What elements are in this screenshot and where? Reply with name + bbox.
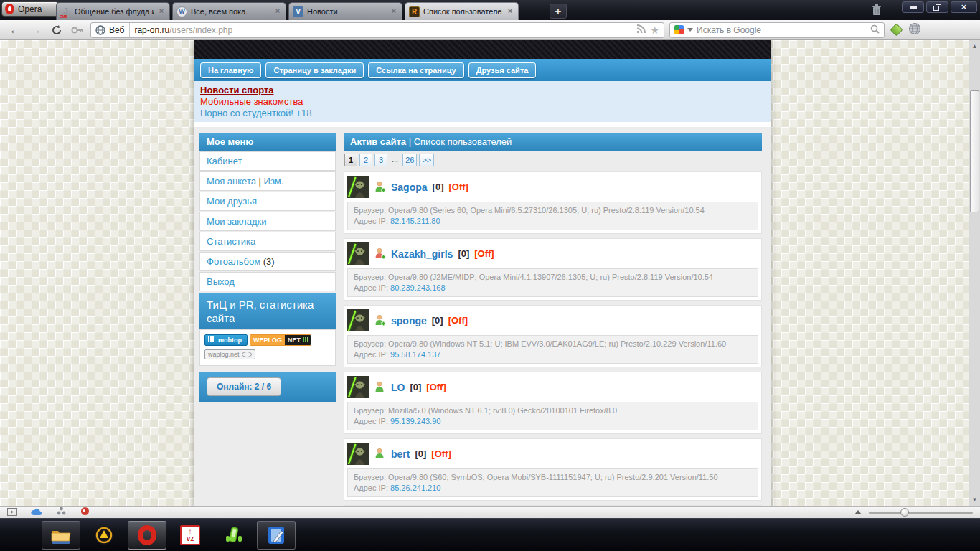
pagination-item[interactable]: 2 bbox=[359, 154, 372, 166]
taskbar-daemon-tools-button[interactable] bbox=[85, 521, 123, 550]
zoom-menu-icon[interactable] bbox=[854, 510, 862, 514]
opera-unite-icon[interactable] bbox=[57, 506, 66, 519]
promo-link-sports[interactable]: Новости спорта bbox=[200, 85, 771, 96]
scrollbar-thumb[interactable] bbox=[970, 90, 979, 212]
page-content: Мое меню Кабинет Моя анкета | Изм. bbox=[194, 122, 771, 506]
user-ip[interactable]: 80.239.243.168 bbox=[390, 283, 445, 292]
taskbar-qip-button[interactable] bbox=[214, 521, 253, 550]
tab-close-icon[interactable] bbox=[390, 7, 398, 16]
username-link[interactable]: sponge bbox=[391, 315, 427, 326]
reload-button[interactable] bbox=[49, 23, 65, 37]
username-link[interactable]: Kazakh_girls bbox=[391, 248, 453, 260]
user-avatar[interactable] bbox=[347, 376, 369, 398]
user-ip[interactable]: 95.139.243.90 bbox=[390, 417, 440, 425]
close-button[interactable]: × bbox=[951, 1, 977, 13]
weplog-counter[interactable]: WEPLOGNET bbox=[250, 334, 311, 346]
forward-button[interactable]: → bbox=[28, 23, 44, 37]
minimize-button[interactable] bbox=[902, 1, 924, 13]
opera-turbo-icon[interactable] bbox=[890, 23, 903, 36]
promo-link-dating[interactable]: Мобильные знакомства bbox=[200, 96, 771, 108]
tab-close-icon[interactable] bbox=[506, 7, 514, 16]
search-engine-dropdown-icon[interactable] bbox=[687, 28, 693, 32]
username-link[interactable]: Sagopa bbox=[391, 182, 428, 193]
opera-menu-button[interactable]: Opera bbox=[1, 1, 59, 17]
sidebar-menu-item[interactable]: Статистика bbox=[199, 232, 336, 251]
user-agent: Opera/9.80 (S60; SymbOS; Opera Mobi/SYB-… bbox=[388, 473, 717, 481]
opera-link-cloud-icon[interactable] bbox=[31, 506, 42, 519]
new-tab-button[interactable] bbox=[550, 4, 567, 19]
user-card: Kazakh_girls [0] [Off] Браузер: Opera/9.… bbox=[344, 238, 762, 301]
browser-label: Браузер: bbox=[354, 206, 386, 215]
promo-link-adult[interactable]: Порно со студенткой! +18 bbox=[200, 108, 771, 119]
tab-title: Новости bbox=[307, 7, 386, 16]
site-nav-button[interactable]: На главную bbox=[200, 62, 261, 78]
taskbar-bluedoc-button[interactable] bbox=[257, 521, 296, 550]
browser-tab[interactable]: JCMS Общение без флуда и... bbox=[56, 2, 170, 20]
username-link[interactable]: bert bbox=[391, 448, 410, 460]
pagination-item[interactable]: ... bbox=[390, 154, 400, 166]
browser-tab[interactable]: V Новости bbox=[288, 2, 402, 20]
taskbar-vz-button[interactable]: ↑vz bbox=[171, 521, 209, 550]
panels-toggle-icon[interactable] bbox=[7, 506, 17, 519]
search-input[interactable] bbox=[697, 25, 867, 35]
sidebar-menu-item[interactable]: Моя анкета | Изм. bbox=[199, 171, 336, 191]
user-count: [0] bbox=[458, 248, 469, 259]
user-ip[interactable]: 82.145.211.80 bbox=[390, 217, 440, 225]
url-text: rap-on.ru/users/index.php bbox=[134, 25, 632, 35]
site-nav-button[interactable]: Друзья сайта bbox=[468, 62, 537, 78]
user-info-box: Браузер: Opera/9.80 (Series 60; Opera Mi… bbox=[347, 202, 758, 230]
taskbar-opera-button[interactable] bbox=[128, 521, 166, 550]
site-nav-button[interactable]: Страницу в закладки bbox=[265, 62, 364, 78]
bookmark-star-icon[interactable]: ★ bbox=[650, 25, 659, 35]
browser-label: Браузер: bbox=[354, 339, 386, 348]
user-avatar[interactable] bbox=[347, 242, 369, 265]
back-button[interactable]: ← bbox=[7, 23, 23, 37]
panels-globe-icon[interactable] bbox=[908, 22, 921, 38]
sidebar-menu-item[interactable]: Мои закладки bbox=[199, 212, 336, 231]
scroll-up-arrow[interactable]: ▲ bbox=[969, 41, 980, 52]
user-card: LO [0] [Off] Браузер: Mozilla/5.0 (Windo… bbox=[344, 372, 762, 434]
page-scrollbar[interactable]: ▲ ▼ bbox=[969, 40, 980, 506]
restore-button[interactable] bbox=[926, 1, 948, 13]
ip-label: Адрес IP: bbox=[354, 350, 388, 359]
web-badge[interactable]: Веб bbox=[95, 23, 130, 37]
mobtop-counter[interactable]: mobtop bbox=[204, 334, 248, 346]
scroll-down-arrow[interactable]: ▼ bbox=[969, 494, 980, 505]
browser-tab[interactable]: R Список пользователей bbox=[405, 2, 519, 20]
zoom-slider[interactable] bbox=[869, 512, 973, 514]
user-ip[interactable]: 95.58.174.137 bbox=[390, 350, 440, 359]
browser-tab[interactable]: W Всё, всем пока. bbox=[172, 2, 286, 20]
search-magnifier-icon[interactable] bbox=[870, 24, 880, 37]
site-nav-button[interactable]: Ссылка на страницу bbox=[368, 62, 463, 78]
user-avatar[interactable] bbox=[347, 309, 369, 331]
online-count-button[interactable]: Онлайн: 2 / 6 bbox=[207, 377, 281, 396]
counter-badges: mobtopWEPLOGNET waplog.net bbox=[199, 329, 336, 366]
search-field[interactable] bbox=[669, 22, 885, 38]
online-box: Онлайн: 2 / 6 bbox=[199, 372, 336, 402]
closed-tabs-trash-icon[interactable] bbox=[870, 4, 884, 17]
taskbar-explorer-button[interactable] bbox=[42, 521, 80, 550]
user-avatar[interactable] bbox=[347, 443, 369, 465]
pagination-item[interactable]: 1 bbox=[344, 154, 357, 166]
sidebar-menu-item[interactable]: Фотоальбом (3) bbox=[199, 252, 336, 271]
url-field[interactable]: Веб rap-on.ru/users/index.php ★ bbox=[90, 22, 664, 38]
page-viewport: На главную Страницу в закладки Ссылка на… bbox=[0, 40, 980, 506]
browser-status-bar bbox=[0, 506, 980, 518]
password-key-icon[interactable] bbox=[70, 23, 85, 37]
rss-icon[interactable] bbox=[636, 24, 646, 37]
sidebar-menu-item[interactable]: Мои друзья bbox=[199, 192, 336, 211]
zoom-slider-knob[interactable] bbox=[900, 508, 909, 517]
sidebar-menu-item[interactable]: Кабинет bbox=[199, 151, 336, 171]
username-link[interactable]: LO bbox=[391, 382, 405, 393]
tab-close-icon[interactable] bbox=[157, 7, 166, 16]
sidebar-menu-item[interactable]: Выход bbox=[199, 272, 336, 291]
user-avatar[interactable] bbox=[347, 176, 369, 198]
pagination-item[interactable]: >> bbox=[419, 154, 434, 166]
pagination-item[interactable]: 26 bbox=[402, 154, 417, 166]
tab-close-icon[interactable] bbox=[273, 7, 282, 16]
notification-icon[interactable] bbox=[80, 506, 90, 519]
waplog-counter[interactable]: waplog.net bbox=[204, 349, 255, 359]
user-info-box: Браузер: Mozilla/5.0 (Windows NT 6.1; rv… bbox=[347, 402, 758, 430]
pagination-item[interactable]: 3 bbox=[374, 154, 387, 166]
user-ip[interactable]: 85.26.241.210 bbox=[390, 484, 440, 492]
